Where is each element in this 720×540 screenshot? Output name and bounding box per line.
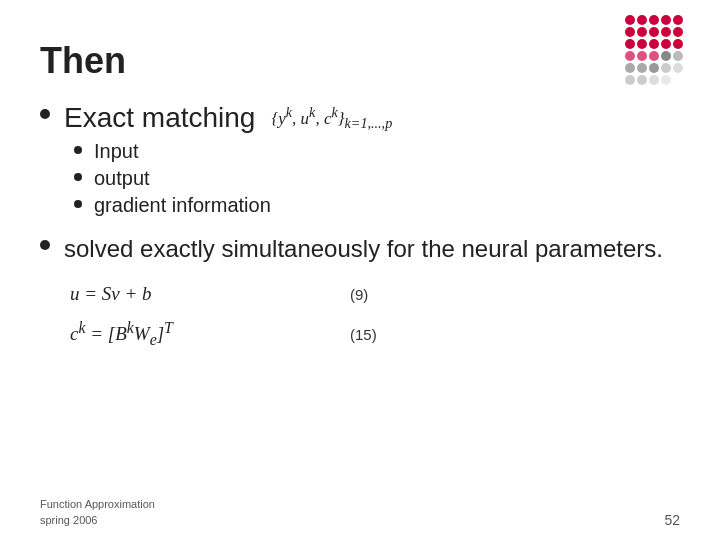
svg-point-7 xyxy=(649,27,659,37)
footer-left: Function Approximation spring 2006 xyxy=(40,497,155,528)
svg-point-0 xyxy=(625,15,635,25)
sub-list-matching: Input output gradient information xyxy=(64,140,392,217)
svg-point-26 xyxy=(637,75,647,85)
svg-point-15 xyxy=(625,51,635,61)
sub-item-output-label: output xyxy=(94,167,150,190)
sub-item-output: output xyxy=(74,167,392,190)
bullet-icon-2 xyxy=(40,240,50,250)
solved-label: solved exactly simultaneously for the ne… xyxy=(64,233,663,265)
svg-point-4 xyxy=(673,15,683,25)
sub-item-gradient: gradient information xyxy=(74,194,392,217)
svg-point-18 xyxy=(661,51,671,61)
svg-point-8 xyxy=(661,27,671,37)
svg-point-24 xyxy=(673,63,683,73)
svg-point-9 xyxy=(673,27,683,37)
set-formula: {yk, uk, ck}k=1,...,p xyxy=(271,104,392,132)
svg-point-22 xyxy=(649,63,659,73)
svg-point-1 xyxy=(637,15,647,25)
sub-bullet-icon xyxy=(74,173,82,181)
svg-point-6 xyxy=(637,27,647,37)
slide-title: Then xyxy=(40,40,680,82)
svg-point-27 xyxy=(649,75,659,85)
footer-line2: spring 2006 xyxy=(40,513,155,528)
svg-point-16 xyxy=(637,51,647,61)
svg-point-19 xyxy=(673,51,683,61)
list-item-solved: solved exactly simultaneously for the ne… xyxy=(40,233,680,265)
svg-point-10 xyxy=(625,39,635,49)
exact-matching-content: Exact matching {yk, uk, ck}k=1,...,p Inp… xyxy=(64,102,392,221)
svg-point-5 xyxy=(625,27,635,37)
slide: Then Exact matching {yk, uk, ck}k=1,...,… xyxy=(0,0,720,540)
svg-point-11 xyxy=(637,39,647,49)
svg-point-17 xyxy=(649,51,659,61)
footer-page-number: 52 xyxy=(664,512,680,528)
svg-point-28 xyxy=(661,75,671,85)
equation-9-formula: u = Sv + b xyxy=(70,283,290,305)
svg-point-23 xyxy=(661,63,671,73)
svg-point-13 xyxy=(661,39,671,49)
svg-point-14 xyxy=(673,39,683,49)
main-list: Exact matching {yk, uk, ck}k=1,...,p Inp… xyxy=(40,102,680,265)
footer-line1: Function Approximation xyxy=(40,497,155,512)
exact-matching-line: Exact matching {yk, uk, ck}k=1,...,p xyxy=(64,102,392,134)
dot-grid-decoration xyxy=(620,10,710,100)
list-item-exact-matching: Exact matching {yk, uk, ck}k=1,...,p Inp… xyxy=(40,102,680,221)
sub-item-input-label: Input xyxy=(94,140,138,163)
svg-point-3 xyxy=(661,15,671,25)
sub-item-input: Input xyxy=(74,140,392,163)
equations-area: u = Sv + b (9) ck = [BkWe]T (15) xyxy=(70,283,680,349)
svg-point-25 xyxy=(625,75,635,85)
footer: Function Approximation spring 2006 52 xyxy=(40,497,680,528)
equation-9-block: u = Sv + b (9) xyxy=(70,283,680,305)
exact-matching-label: Exact matching xyxy=(64,102,255,134)
sub-bullet-icon xyxy=(74,146,82,154)
equation-15-formula: ck = [BkWe]T xyxy=(70,319,290,349)
equation-15-number: (15) xyxy=(350,326,377,343)
svg-point-20 xyxy=(625,63,635,73)
bullet-icon xyxy=(40,109,50,119)
svg-point-21 xyxy=(637,63,647,73)
sub-item-gradient-label: gradient information xyxy=(94,194,271,217)
equation-9-number: (9) xyxy=(350,286,368,303)
svg-point-2 xyxy=(649,15,659,25)
equation-15-block: ck = [BkWe]T (15) xyxy=(70,319,680,349)
sub-bullet-icon xyxy=(74,200,82,208)
svg-point-12 xyxy=(649,39,659,49)
solved-top: solved exactly simultaneously for the ne… xyxy=(40,233,663,265)
